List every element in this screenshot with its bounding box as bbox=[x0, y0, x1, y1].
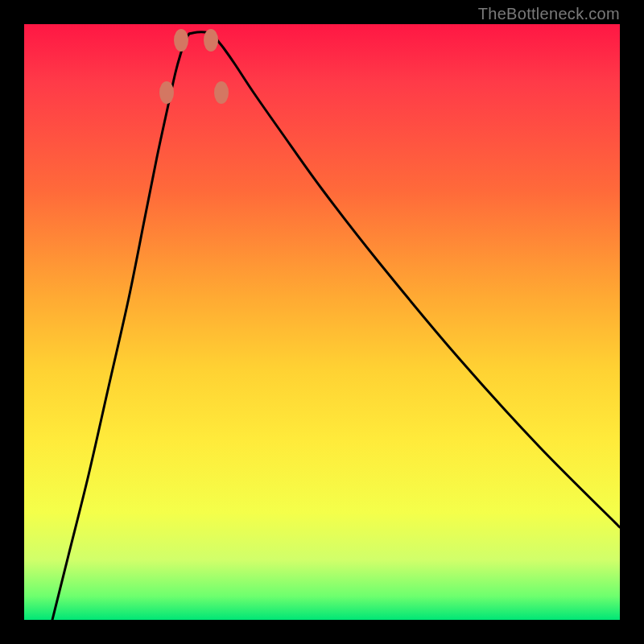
marker-dot bbox=[174, 29, 188, 52]
curve-right-branch bbox=[213, 34, 620, 527]
marker-dot bbox=[204, 29, 218, 52]
plot-area bbox=[24, 24, 620, 620]
marker-dot bbox=[214, 81, 229, 104]
watermark-text: TheBottleneck.com bbox=[478, 5, 620, 23]
marker-dot bbox=[159, 81, 174, 104]
chart-frame: TheBottleneck.com bbox=[0, 0, 644, 644]
chart-svg bbox=[24, 24, 620, 620]
curve-left-branch bbox=[52, 34, 189, 620]
